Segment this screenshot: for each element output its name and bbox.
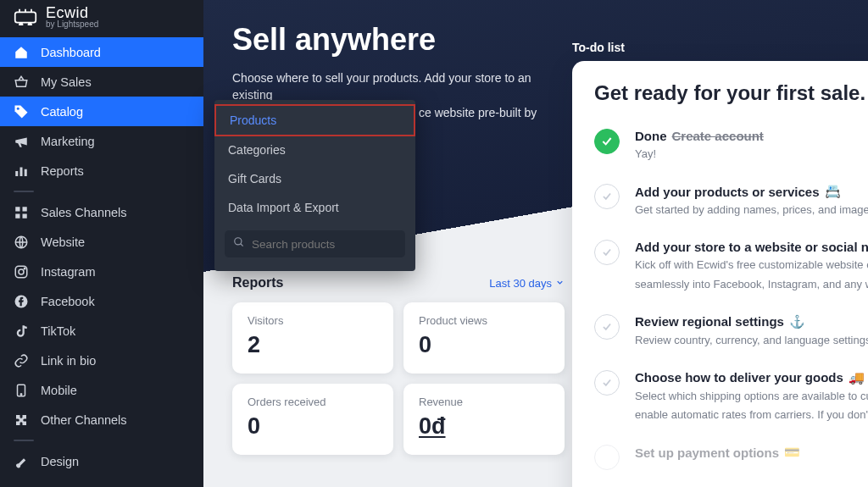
sidebar-item-reports[interactable]: Reports <box>0 156 203 185</box>
reports-range-selector[interactable]: Last 30 days <box>489 277 565 290</box>
search-icon <box>233 236 245 252</box>
card-label: Orders received <box>248 396 378 408</box>
sidebar-item-label: Facebook <box>41 295 95 308</box>
submenu-item-gift-cards[interactable]: Gift Cards <box>214 164 415 193</box>
submenu-item-label: Products <box>230 113 276 127</box>
svg-point-20 <box>20 393 22 395</box>
sidebar-item-instagram[interactable]: Instagram <box>0 257 203 286</box>
sidebar-item-label: Website <box>41 235 85 249</box>
todo-title-text: Add your products or services <box>635 185 820 199</box>
todo-desc: seamlessly into Facebook, Instagram, and… <box>635 277 868 292</box>
reports-section: Reports Last 30 days Visitors 2 Product … <box>232 275 565 455</box>
sidebar-item-label: Link in bio <box>41 354 96 368</box>
submenu-item-label: Gift Cards <box>228 172 281 185</box>
card-value: 0 <box>248 413 378 440</box>
sidebar-item-catalog[interactable]: Catalog <box>0 97 203 126</box>
todo-title-text: Choose how to deliver your goods <box>635 370 843 385</box>
card-emoji-icon: 📇 <box>825 184 841 199</box>
card-value: 2 <box>248 332 378 358</box>
sidebar-item-my-sales[interactable]: My Sales <box>0 67 203 97</box>
report-card-revenue[interactable]: Revenue 0đ <box>403 384 565 455</box>
todo-item-regional[interactable]: Review regional settings⚓ Review country… <box>594 314 868 348</box>
todo-panel: Get ready for your first sale. Follow Do… <box>572 61 868 487</box>
todo-heading: To-do list <box>572 41 625 54</box>
brush-icon <box>14 454 29 469</box>
check-done-icon <box>594 129 620 154</box>
todo-desc: Get started by adding names, prices, and… <box>635 202 868 218</box>
brand-subtitle: by Lightspeed <box>46 20 98 29</box>
sidebar-item-marketing[interactable]: Marketing <box>0 126 203 156</box>
sidebar-item-link-in-bio[interactable]: Link in bio <box>0 346 203 375</box>
home-icon <box>14 45 29 60</box>
card-label: Product views <box>419 314 549 327</box>
submenu-item-import-export[interactable]: Data Import & Export <box>214 193 415 222</box>
sidebar-item-facebook[interactable]: Facebook <box>0 286 203 316</box>
todo-item-add-store[interactable]: Add your store to a website or social ne… <box>594 240 868 291</box>
sidebar-item-label: Marketing <box>41 135 95 148</box>
sidebar-item-label: Catalog <box>41 105 83 119</box>
svg-rect-10 <box>15 207 19 211</box>
sidebar-item-design[interactable]: Design <box>0 446 203 476</box>
check-empty-icon <box>594 240 620 265</box>
todo-desc: Yay! <box>635 147 764 162</box>
todo-item-payment[interactable]: Set up payment options💳 <box>594 445 868 470</box>
sidebar-item-tiktok[interactable]: TikTok <box>0 316 203 346</box>
reports-range-label: Last 30 days <box>489 277 552 290</box>
brand-name: Ecwid <box>46 5 98 20</box>
tiktok-icon <box>14 324 29 339</box>
card-label: Visitors <box>248 314 378 327</box>
anchor-emoji-icon: ⚓ <box>789 314 805 329</box>
submenu-item-categories[interactable]: Categories <box>214 136 415 164</box>
tag-icon <box>14 104 29 119</box>
nav-divider <box>0 434 203 446</box>
todo-title-text: Set up payment options <box>635 445 779 460</box>
link-icon <box>14 353 29 368</box>
sidebar-item-label: Other Channels <box>41 413 127 427</box>
submenu-item-products[interactable]: Products <box>214 104 415 136</box>
check-empty-icon <box>594 314 620 340</box>
report-card-product-views[interactable]: Product views 0 <box>403 302 565 374</box>
nav-divider <box>0 185 203 197</box>
apps-icon <box>14 205 29 220</box>
sidebar-item-website[interactable]: Website <box>0 227 203 257</box>
sidebar-item-label: Reports <box>41 164 84 178</box>
sidebar-item-label: Instagram <box>41 265 95 279</box>
primary-nav: Dashboard My Sales Catalog Marketing Rep… <box>0 37 203 476</box>
todo-strike-text: Create account <box>672 129 764 143</box>
card-value: 0đ <box>419 413 446 439</box>
svg-point-17 <box>24 268 25 269</box>
svg-rect-11 <box>23 207 27 211</box>
sidebar-item-label: TikTok <box>41 324 75 338</box>
svg-rect-13 <box>23 213 27 218</box>
sidebar-item-other-channels[interactable]: Other Channels <box>0 405 203 434</box>
catalog-submenu: Products Categories Gift Cards Data Impo… <box>214 100 415 271</box>
card-value: 0 <box>419 332 549 358</box>
svg-point-4 <box>19 23 23 25</box>
hero-description-1: Choose where to sell your products. Add … <box>232 71 531 102</box>
submenu-search[interactable] <box>225 230 405 257</box>
brand-logo[interactable]: Ecwid by Lightspeed <box>0 0 203 37</box>
todo-item-add-products[interactable]: Add your products or services📇 Get start… <box>594 184 868 218</box>
chevron-down-icon <box>555 277 565 290</box>
sidebar-item-sales-channels[interactable]: Sales Channels <box>0 197 203 227</box>
svg-rect-12 <box>15 213 19 218</box>
check-empty-icon <box>594 184 620 209</box>
report-card-orders[interactable]: Orders received 0 <box>232 384 393 455</box>
todo-desc: Review country, currency, and language s… <box>635 333 868 348</box>
report-card-visitors[interactable]: Visitors 2 <box>232 302 393 374</box>
todo-item-done[interactable]: Done Create account Yay! <box>594 129 868 162</box>
facebook-icon <box>14 294 29 309</box>
truck-emoji-icon: 🚚 <box>849 370 865 385</box>
reports-heading: Reports <box>232 275 283 291</box>
sidebar-item-label: Dashboard <box>41 46 101 59</box>
sidebar: Ecwid by Lightspeed Dashboard My Sales C… <box>0 0 203 487</box>
todo-desc: enable automatic rates from carriers. If… <box>635 407 868 423</box>
card-label: Revenue <box>419 396 549 408</box>
search-input[interactable] <box>252 238 397 251</box>
todo-title-text: Add your store to a website or social ne… <box>635 240 868 254</box>
todo-title-text: Done <box>635 129 667 143</box>
svg-rect-9 <box>25 169 27 175</box>
sidebar-item-mobile[interactable]: Mobile <box>0 375 203 405</box>
sidebar-item-dashboard[interactable]: Dashboard <box>0 37 203 67</box>
todo-item-deliver[interactable]: Choose how to deliver your goods🚚 Select… <box>594 370 868 423</box>
